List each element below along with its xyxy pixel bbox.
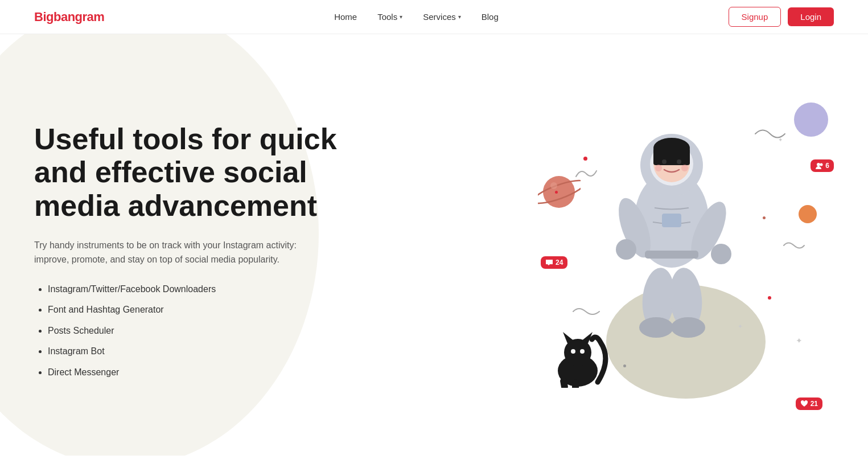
svg-point-0 xyxy=(543,176,575,208)
hero-title: Useful tools for quick and effective soc… xyxy=(34,122,353,222)
squiggle-decoration-3 xyxy=(783,239,805,252)
nav-link-tools[interactable]: Tools ▾ xyxy=(377,12,402,22)
logo-accent: bang xyxy=(54,10,83,24)
svg-point-10 xyxy=(662,159,667,164)
svg-rect-22 xyxy=(645,251,698,259)
svg-point-2 xyxy=(550,182,557,189)
svg-rect-31 xyxy=(572,379,579,388)
nav-item-blog[interactable]: Blog xyxy=(482,12,499,22)
nav-link-blog[interactable]: Blog xyxy=(482,12,499,22)
signup-button[interactable]: Signup xyxy=(729,7,781,27)
list-item: Instagram/Twitter/Facebook Downloaders xyxy=(48,283,353,296)
svg-rect-9 xyxy=(653,148,690,165)
svg-point-28 xyxy=(571,349,575,354)
dot-decoration-2 xyxy=(555,191,558,194)
svg-rect-23 xyxy=(662,214,681,227)
list-item: Direct Messenger xyxy=(48,366,353,379)
likes-count: 21 xyxy=(811,400,818,408)
nav-item-tools[interactable]: Tools ▾ xyxy=(377,12,402,22)
svg-point-32 xyxy=(817,163,820,166)
dot-decoration-4 xyxy=(623,364,626,367)
nav-link-home[interactable]: Home xyxy=(334,12,357,22)
list-item: Instagram Bot xyxy=(48,345,353,358)
nav-links: Home Tools ▾ Services ▾ Blog xyxy=(334,12,499,22)
star-decoration-2: ✦ xyxy=(778,137,783,143)
svg-point-11 xyxy=(677,159,681,164)
orange-circle-decoration xyxy=(799,205,817,223)
svg-point-17 xyxy=(711,244,731,264)
login-button[interactable]: Login xyxy=(788,7,834,26)
site-logo[interactable]: Bigbangram xyxy=(34,10,104,24)
hero-content: Useful tools for quick and effective soc… xyxy=(34,122,353,379)
logo-prefix: Big xyxy=(34,10,54,24)
svg-point-33 xyxy=(820,163,823,166)
list-item: Font and Hashtag Generator xyxy=(48,304,353,316)
hero-feature-list: Instagram/Twitter/Facebook Downloaders F… xyxy=(34,283,353,379)
list-item: Posts Scheduler xyxy=(48,325,353,337)
nav-item-home[interactable]: Home xyxy=(334,12,357,22)
likes-badge: 21 xyxy=(796,397,822,410)
svg-point-16 xyxy=(616,239,636,260)
svg-point-21 xyxy=(671,317,705,338)
svg-point-13 xyxy=(681,165,688,171)
navbar: Bigbangram Home Tools ▾ Services ▾ Blog xyxy=(0,0,868,34)
cat-illustration xyxy=(549,314,612,390)
dot-decoration-3 xyxy=(768,296,771,300)
followers-count: 6 xyxy=(825,162,829,170)
chevron-down-icon: ▾ xyxy=(400,14,402,20)
star-decoration-1: ✦ xyxy=(796,336,803,345)
svg-point-12 xyxy=(655,165,662,171)
comment-count: 24 xyxy=(556,259,563,267)
nav-actions: Signup Login xyxy=(729,7,834,27)
purple-circle-decoration xyxy=(794,103,828,137)
svg-marker-26 xyxy=(563,332,574,343)
chevron-down-icon: ▾ xyxy=(458,14,461,20)
followers-badge: 6 xyxy=(811,159,834,172)
hero-illustration: 24 6 21 xyxy=(538,80,834,421)
svg-point-20 xyxy=(639,317,673,338)
logo-suffix: ram xyxy=(83,10,105,24)
nav-link-services[interactable]: Services ▾ xyxy=(423,12,461,22)
hero-section: Useful tools for quick and effective soc… xyxy=(0,34,868,456)
svg-point-29 xyxy=(580,349,585,354)
hero-subtitle: Try handy instruments to be on track wit… xyxy=(34,238,319,267)
comment-badge: 24 xyxy=(541,256,567,269)
nav-item-services[interactable]: Services ▾ xyxy=(423,12,461,22)
